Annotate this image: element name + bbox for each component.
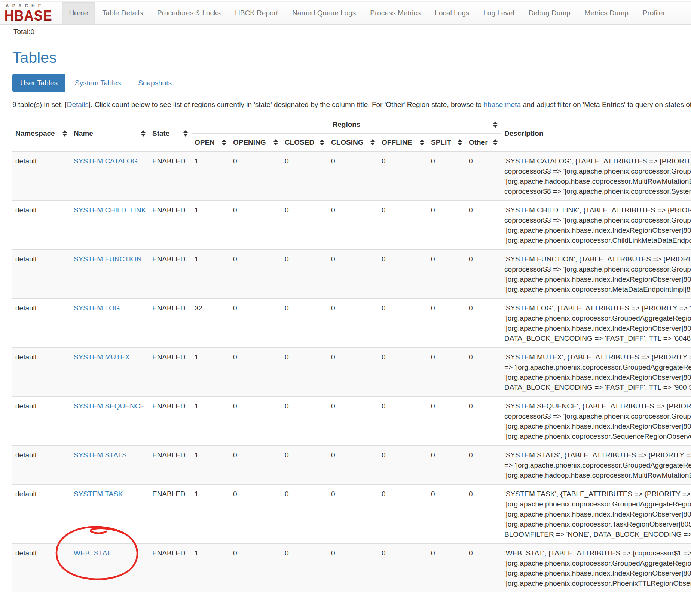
header-other[interactable]: Other — [466, 134, 501, 152]
split-count[interactable]: 0 — [428, 485, 466, 544]
other-count[interactable]: 0 — [466, 397, 501, 446]
nav-item[interactable]: Named Queue Logs — [285, 2, 363, 24]
nav-item[interactable]: Log Level — [476, 2, 521, 24]
closing-count[interactable]: 0 — [328, 348, 379, 397]
offline-count[interactable]: 0 — [379, 348, 428, 397]
open-count[interactable]: 1 — [192, 485, 230, 544]
opening-count[interactable]: 0 — [230, 348, 282, 397]
closed-count[interactable]: 0 — [282, 397, 328, 446]
split-count[interactable]: 0 — [428, 201, 466, 250]
offline-count[interactable]: 0 — [379, 201, 428, 250]
table-name-link[interactable]: WEB_STAT — [74, 549, 111, 557]
closing-count[interactable]: 0 — [328, 397, 379, 446]
table-name-link[interactable]: SYSTEM.LOG — [74, 304, 120, 312]
closing-count[interactable]: 0 — [328, 299, 379, 348]
closing-count[interactable]: 0 — [328, 151, 379, 201]
header-closing[interactable]: CLOSING — [328, 134, 379, 152]
closing-count[interactable]: 0 — [328, 250, 379, 299]
header-closed[interactable]: CLOSED — [282, 134, 328, 152]
sort-icon[interactable] — [141, 130, 146, 137]
split-count[interactable]: 0 — [428, 299, 466, 348]
hbase-logo[interactable]: APACHE HBASE — [0, 2, 62, 24]
closed-count[interactable]: 0 — [282, 544, 328, 593]
header-state[interactable]: State — [149, 116, 192, 151]
closing-count[interactable]: 0 — [328, 485, 379, 544]
tab[interactable]: Snapshots — [130, 74, 180, 92]
closed-count[interactable]: 0 — [282, 250, 328, 299]
nav-item[interactable]: Metrics Dump — [578, 2, 636, 24]
sort-icon[interactable] — [320, 139, 324, 145]
other-count[interactable]: 0 — [466, 151, 501, 201]
closed-count[interactable]: 0 — [282, 201, 328, 250]
closing-count[interactable]: 0 — [328, 446, 379, 485]
opening-count[interactable]: 0 — [230, 446, 282, 485]
table-name-link[interactable]: SYSTEM.TASK — [74, 490, 123, 498]
split-count[interactable]: 0 — [428, 544, 466, 593]
closed-count[interactable]: 0 — [282, 485, 328, 544]
table-name-link[interactable]: SYSTEM.SEQUENCE — [74, 402, 145, 410]
other-count[interactable]: 0 — [466, 485, 501, 544]
opening-count[interactable]: 0 — [230, 485, 282, 544]
opening-count[interactable]: 0 — [230, 201, 282, 250]
offline-count[interactable]: 0 — [379, 397, 428, 446]
header-offline[interactable]: OFFLINE — [379, 134, 428, 152]
nav-item[interactable]: Home — [62, 2, 95, 24]
sort-icon[interactable] — [273, 139, 278, 145]
nav-item[interactable]: Procedures & Locks — [150, 2, 228, 24]
sort-icon[interactable] — [370, 139, 375, 145]
opening-count[interactable]: 0 — [230, 397, 282, 446]
closing-count[interactable]: 0 — [328, 544, 379, 593]
header-namespace[interactable]: Namespace — [12, 116, 71, 151]
closed-count[interactable]: 0 — [282, 299, 328, 348]
closed-count[interactable]: 0 — [282, 446, 328, 485]
nav-item[interactable]: Table Details — [95, 2, 150, 24]
split-count[interactable]: 0 — [428, 446, 466, 485]
opening-count[interactable]: 0 — [230, 250, 282, 299]
offline-count[interactable]: 0 — [379, 544, 428, 593]
sort-icon[interactable] — [493, 139, 498, 145]
open-count[interactable]: 1 — [192, 201, 230, 250]
offline-count[interactable]: 0 — [379, 446, 428, 485]
open-count[interactable]: 1 — [192, 446, 230, 485]
details-link[interactable]: Details — [67, 101, 89, 108]
table-name-link[interactable]: SYSTEM.STATS — [74, 451, 127, 459]
open-count[interactable]: 1 — [192, 348, 230, 397]
nav-item[interactable]: HBCK Report — [228, 2, 285, 24]
split-count[interactable]: 0 — [428, 151, 466, 201]
other-count[interactable]: 0 — [466, 544, 501, 593]
offline-count[interactable]: 0 — [379, 151, 428, 201]
table-name-link[interactable]: SYSTEM.CATALOG — [74, 157, 138, 165]
header-regions-group[interactable]: Regions — [192, 116, 501, 134]
nav-item[interactable]: Local Logs — [428, 2, 476, 24]
open-count[interactable]: 32 — [192, 299, 230, 348]
closed-count[interactable]: 0 — [282, 151, 328, 201]
nav-item[interactable]: Debug Dump — [522, 2, 578, 24]
sort-icon[interactable] — [62, 130, 67, 137]
header-name[interactable]: Name — [71, 116, 149, 151]
open-count[interactable]: 1 — [192, 151, 230, 201]
split-count[interactable]: 0 — [428, 250, 466, 299]
open-count[interactable]: 1 — [192, 544, 230, 593]
table-name-link[interactable]: SYSTEM.FUNCTION — [74, 255, 142, 263]
other-count[interactable]: 0 — [466, 201, 501, 250]
open-count[interactable]: 1 — [192, 397, 230, 446]
offline-count[interactable]: 0 — [379, 299, 428, 348]
other-count[interactable]: 0 — [466, 446, 501, 485]
sort-icon[interactable] — [458, 139, 462, 145]
hbase-meta-link[interactable]: hbase:meta — [484, 101, 521, 108]
other-count[interactable]: 0 — [466, 299, 501, 348]
header-split[interactable]: SPLIT — [428, 134, 466, 152]
opening-count[interactable]: 0 — [230, 299, 282, 348]
sort-icon[interactable] — [183, 130, 188, 137]
split-count[interactable]: 0 — [428, 397, 466, 446]
sort-icon[interactable] — [222, 139, 226, 145]
closed-count[interactable]: 0 — [282, 348, 328, 397]
open-count[interactable]: 1 — [192, 250, 230, 299]
header-open[interactable]: OPEN — [192, 134, 230, 152]
other-count[interactable]: 0 — [466, 250, 501, 299]
offline-count[interactable]: 0 — [379, 250, 428, 299]
table-name-link[interactable]: SYSTEM.CHILD_LINK — [74, 206, 146, 214]
offline-count[interactable]: 0 — [379, 485, 428, 544]
table-name-link[interactable]: SYSTEM.MUTEX — [74, 353, 130, 361]
tab[interactable]: User Tables — [12, 74, 65, 92]
